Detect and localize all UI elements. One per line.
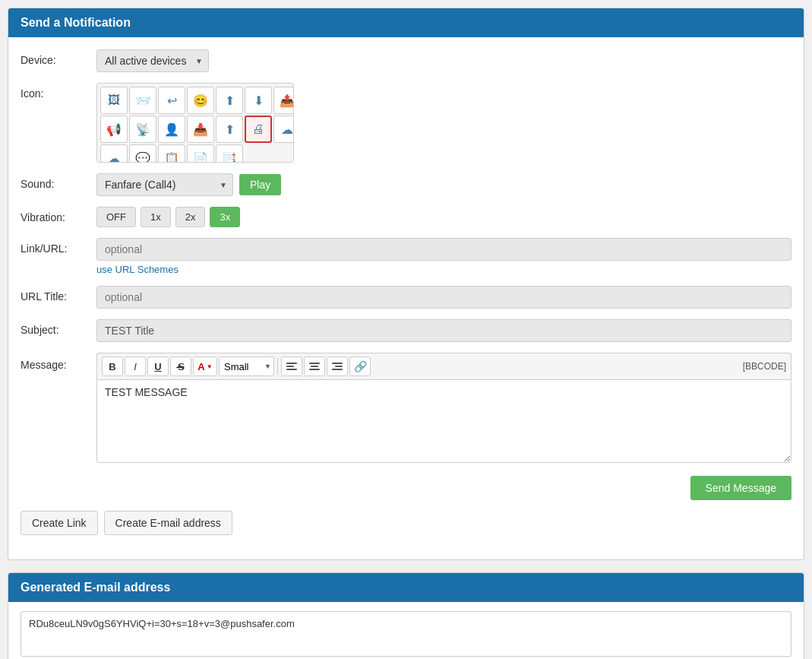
bbcode-label[interactable]: [BBCODE]: [743, 361, 786, 372]
color-button[interactable]: A ▼: [193, 356, 217, 376]
icon-cell[interactable]: ☁: [100, 144, 128, 163]
icon-cell[interactable]: 📑: [216, 144, 243, 163]
device-label: Device:: [21, 49, 96, 66]
subject-input[interactable]: [96, 319, 791, 342]
url-title-control: [96, 286, 791, 309]
icon-cell[interactable]: ☁: [273, 116, 294, 143]
align-left-button[interactable]: [281, 356, 302, 376]
color-a-icon: A: [197, 361, 204, 372]
sound-select-wrapper: Fanfare (Call4) None Default: [96, 173, 233, 196]
sound-select[interactable]: Fanfare (Call4) None Default: [96, 173, 233, 196]
link-url-control: use URL Schemes: [96, 238, 791, 275]
icon-grid-wrap: 🖼 📨 ↩ 😊 ⬆ ⬇ 📤 📢 📡 👤 📥 ⬆ 🖨 ☁: [96, 83, 791, 163]
bottom-buttons-row: Create Link Create E-mail address: [21, 511, 791, 535]
link-url-row: Link/URL: use URL Schemes: [21, 238, 791, 275]
icon-cell[interactable]: 💬: [129, 144, 156, 163]
strikethrough-button[interactable]: S̶: [170, 356, 191, 376]
icon-cell[interactable]: 📨: [129, 87, 156, 114]
icon-cell[interactable]: 📥: [187, 116, 214, 143]
sound-row: Sound: Fanfare (Call4) None Default Play: [21, 173, 791, 196]
sound-control: Fanfare (Call4) None Default Play: [96, 173, 791, 196]
icon-row: Icon: 🖼 📨 ↩ 😊 ⬆ ⬇ 📤 📢 📡 👤 📥: [21, 83, 791, 163]
font-size-wrapper: Small Medium Large: [219, 356, 274, 376]
subject-control: [96, 319, 791, 342]
vibration-label: Vibration:: [21, 207, 96, 223]
send-notification-panel: Send a Notification Device: All active d…: [8, 8, 804, 560]
vibration-control: OFF 1x 2x 3x: [96, 207, 791, 227]
url-title-label: URL Title:: [21, 286, 96, 303]
align-center-icon: [308, 361, 321, 372]
icon-cell[interactable]: ⬆: [216, 116, 243, 143]
vibration-2x-button[interactable]: 2x: [175, 207, 206, 227]
icon-cell-selected[interactable]: 🖨: [245, 116, 272, 143]
generated-email-panel: Generated E-mail address Test E-mail: [8, 572, 804, 659]
create-email-button[interactable]: Create E-mail address: [104, 511, 232, 535]
underline-button[interactable]: U: [147, 356, 169, 376]
vibration-3x-button[interactable]: 3x: [210, 207, 240, 227]
device-control: All active devices Device 1 Device 2: [96, 49, 791, 72]
vibration-row: Vibration: OFF 1x 2x 3x: [21, 207, 791, 227]
subject-label: Subject:: [21, 319, 96, 336]
align-right-button[interactable]: [327, 356, 348, 376]
sound-label: Sound:: [21, 173, 96, 190]
email-content: [8, 602, 804, 659]
play-button[interactable]: Play: [239, 174, 281, 195]
use-url-schemes-link[interactable]: use URL Schemes: [96, 264, 179, 275]
editor-toolbar: B I U S̶ A ▼ Small Medium Large: [96, 353, 791, 379]
link-button[interactable]: 🔗: [349, 356, 371, 376]
vibration-off-button[interactable]: OFF: [96, 207, 136, 227]
align-right-icon: [330, 361, 344, 372]
create-link-button[interactable]: Create Link: [21, 511, 98, 535]
icon-cell[interactable]: 📢: [100, 116, 128, 143]
vibration-1x-button[interactable]: 1x: [141, 207, 171, 227]
message-row: Message: B I U S̶ A ▼ Small Medium: [21, 353, 791, 465]
bold-button[interactable]: B: [102, 356, 123, 376]
icon-cell[interactable]: 📋: [158, 144, 185, 163]
message-control: B I U S̶ A ▼ Small Medium Large: [96, 353, 791, 465]
align-left-icon: [285, 361, 299, 372]
icon-cell[interactable]: 📤: [273, 87, 294, 114]
icon-cell[interactable]: ⬆: [216, 87, 243, 114]
icon-cell[interactable]: ↩: [158, 87, 185, 114]
url-title-input[interactable]: [96, 286, 791, 309]
link-url-label: Link/URL:: [21, 238, 96, 255]
align-center-button[interactable]: [304, 356, 325, 376]
font-size-select[interactable]: Small Medium Large: [219, 356, 274, 376]
message-textarea[interactable]: TEST MESSAGE: [96, 379, 791, 463]
icon-grid-container[interactable]: 🖼 📨 ↩ 😊 ⬆ ⬇ 📤 📢 📡 👤 📥 ⬆ 🖨 ☁: [96, 83, 294, 163]
email-panel-title: Generated E-mail address: [8, 573, 804, 602]
panel-title: Send a Notification: [8, 8, 804, 37]
send-action-row: Send Message: [21, 476, 791, 500]
icon-grid: 🖼 📨 ↩ 😊 ⬆ ⬇ 📤 📢 📡 👤 📥 ⬆ 🖨 ☁: [100, 87, 290, 163]
subject-row: Subject:: [21, 319, 791, 342]
icon-cell[interactable]: 📄: [187, 144, 214, 163]
send-message-button[interactable]: Send Message: [690, 476, 791, 500]
generated-email-address[interactable]: [21, 611, 791, 657]
link-url-input[interactable]: [96, 238, 791, 261]
toolbar-divider-1: [277, 358, 278, 375]
vibration-group: OFF 1x 2x 3x: [96, 207, 791, 227]
icon-label: Icon:: [21, 83, 96, 100]
icon-cell[interactable]: 😊: [187, 87, 214, 114]
url-title-row: URL Title:: [21, 286, 791, 309]
device-select-wrapper: All active devices Device 1 Device 2: [96, 49, 209, 72]
chevron-down-icon: ▼: [207, 363, 213, 370]
message-label: Message:: [21, 353, 96, 371]
device-row: Device: All active devices Device 1 Devi…: [21, 49, 791, 72]
italic-button[interactable]: I: [125, 356, 146, 376]
link-icon: 🔗: [354, 360, 367, 372]
icon-cell[interactable]: ⬇: [245, 87, 272, 114]
device-select[interactable]: All active devices Device 1 Device 2: [96, 49, 209, 72]
icon-cell[interactable]: 🖼: [100, 87, 128, 114]
icon-cell[interactable]: 👤: [158, 116, 185, 143]
icon-cell[interactable]: 📡: [129, 116, 156, 143]
